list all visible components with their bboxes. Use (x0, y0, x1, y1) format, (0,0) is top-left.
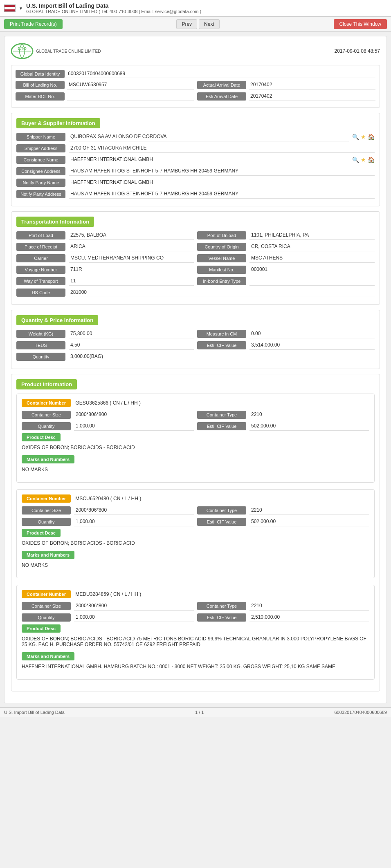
shipper-star-icon[interactable]: ★ (361, 134, 366, 140)
mater-bol-value (67, 92, 194, 101)
country-of-origin-row: Country of Origin CR, COSTA RICA (197, 242, 375, 251)
hs-code-row: HS Code 281000 (16, 288, 375, 297)
company-subtitle: GLOBAL TRADE ONLINE LIMITED ( Tel: 400-7… (26, 9, 201, 14)
footer-page-label: U.S. Import Bill of Lading Data (4, 710, 65, 715)
shipper-name-value: QUIBORAX SA AV ALONSO DE CORDOVA (69, 132, 349, 141)
c2-product-desc-section: Product Desc OXIDES OF BORON; BORIC ACID… (22, 529, 369, 548)
consignee-name-label: Consignee Name (16, 156, 65, 164)
container-3: Container Number MEDU3284859 ( CN / L / … (16, 585, 375, 680)
voyage-number-row: Voyage Number 711R (16, 265, 194, 274)
c3-product-desc-label[interactable]: Product Desc (22, 624, 61, 633)
consignee-name-value: HAEFFNER INTERNATIONAL GMBH (69, 155, 349, 164)
print-button[interactable]: Print Trade Record(s) (4, 19, 63, 29)
c1-product-desc-label[interactable]: Product Desc (22, 433, 61, 441)
footer-record-id: 600320170404000600689 (335, 710, 387, 715)
buyer-supplier-section: Buyer & Supplier Information Shipper Nam… (11, 113, 380, 206)
c2-size-row: Container Size 2000*806*800 (22, 506, 194, 515)
transport-row-4: Voyage Number 711R Manifest No. 000001 (16, 265, 375, 274)
port-of-unload-value: 1101, PHILADELPHIA, PA (249, 231, 375, 240)
consignee-address-value: HAUS AM HAFEN III OG STEINHOFT 5-7 HAMBU… (69, 167, 375, 176)
company-name: GLOBAL TRADE ONLINE LIMITED (36, 49, 101, 54)
c1-marks-label[interactable]: Marks and Numbers (22, 455, 74, 463)
container-1-number-label[interactable]: Container Number (22, 399, 71, 407)
way-of-transport-row: Way of Transport 11 (16, 277, 194, 286)
close-button[interactable]: Close This Window (334, 19, 387, 29)
c1-product-desc-text: OXIDES OF BORON; BORIC ACIDS - BORIC ACI… (22, 443, 369, 452)
prev-button[interactable]: Prev (176, 19, 197, 29)
c1-cif-label: Esti. CIF Value (197, 422, 246, 430)
c3-marks-label[interactable]: Marks and Numbers (22, 652, 74, 660)
transport-row-2: Place of Receipt ARICA Country of Origin… (16, 242, 375, 251)
c1-cif-row: Esti. CIF Value 502,000.00 (197, 422, 369, 431)
transport-row-5: Way of Transport 11 In-bond Entry Type (16, 277, 375, 286)
inbond-entry-row: In-bond Entry Type (197, 277, 375, 286)
c3-qty-row: Quantity 1,000.00 (22, 613, 194, 622)
shipper-icons: 🔍 ★ 🏠 (352, 134, 375, 140)
container-3-size-type: Container Size 2000*806*800 Container Ty… (22, 602, 369, 611)
transport-row-3: Carrier MSCU, MEDITERRANEAN SHIPPING CO … (16, 254, 375, 263)
c1-qty-row: Quantity 1,000.00 (22, 422, 194, 431)
measure-label: Measure in CM (197, 330, 246, 338)
transportation-header: Transportation Information (16, 217, 375, 231)
container-1-number-value: GESU3625866 ( CN / L / HH ) (75, 400, 141, 406)
qp-row-2: TEUS 4.50 Esti. CIF Value 3,514,000.00 (16, 341, 375, 350)
main-content: GTO GLOBAL TRADE ONLINE LIMITED 2017-09-… (4, 36, 387, 703)
port-of-unload-label: Port of Unload (197, 231, 246, 239)
consignee-address-row: Consignee Address HAUS AM HAFEN III OG S… (16, 167, 375, 176)
place-of-receipt-value: ARICA (69, 242, 194, 251)
place-of-receipt-row: Place of Receipt ARICA (16, 242, 194, 251)
transport-row-1: Port of Load 22575, BALBOA Port of Unloa… (16, 231, 375, 240)
port-of-load-row: Port of Load 22575, BALBOA (16, 231, 194, 240)
c1-marks-text: NO MARKS (22, 465, 369, 474)
consignee-star-icon[interactable]: ★ (361, 157, 366, 163)
global-data-identity-label: Global Data Identity (16, 70, 65, 78)
weight-value: 75,300.00 (69, 329, 194, 338)
container-2: Container Number MSCU6520480 ( CN / L / … (16, 489, 375, 578)
c3-marks-text: HAFFNER INTERNATIONAL GMBH. HAMBURG BATC… (22, 662, 369, 671)
notify-party-row: Notify Party Name HAEFFNER INTERNATIONAL… (16, 178, 375, 187)
global-data-identity-value: 600320170404000600689 (65, 69, 375, 78)
hs-code-value: 281000 (69, 288, 375, 297)
buyer-supplier-title: Buyer & Supplier Information (16, 118, 100, 128)
container-2-number-label[interactable]: Container Number (22, 494, 71, 503)
logo-area: GTO GLOBAL TRADE ONLINE LIMITED (11, 43, 101, 59)
c2-qty-value: 1,000.00 (74, 517, 194, 526)
dropdown-arrow[interactable]: ▼ (19, 6, 23, 11)
voyage-number-value: 711R (69, 265, 194, 274)
footer: U.S. Import Bill of Lading Data 1 / 1 60… (0, 707, 391, 717)
vessel-name-label: Vessel Name (197, 254, 246, 262)
c3-marks-section: Marks and Numbers HAFFNER INTERNATIONAL … (22, 652, 369, 671)
shipper-home-icon[interactable]: 🏠 (368, 134, 375, 140)
transportation-title: Transportation Information (16, 217, 94, 227)
consignee-home-icon[interactable]: 🏠 (368, 157, 375, 163)
port-of-unload-row: Port of Unload 1101, PHILADELPHIA, PA (197, 231, 375, 240)
transportation-section: Transportation Information Port of Load … (11, 211, 380, 305)
consignee-address-label: Consignee Address (16, 167, 65, 175)
c3-qty-label: Quantity (22, 613, 71, 622)
c2-marks-label[interactable]: Marks and Numbers (22, 551, 74, 559)
teus-label: TEUS (16, 341, 65, 349)
inbond-entry-label: In-bond Entry Type (197, 277, 246, 285)
c2-size-label: Container Size (22, 506, 71, 515)
place-of-receipt-label: Place of Receipt (16, 243, 65, 251)
c2-product-desc-label[interactable]: Product Desc (22, 529, 61, 537)
c2-size-value: 2000*806*800 (74, 506, 194, 515)
voyage-number-label: Voyage Number (16, 266, 65, 274)
c1-type-label: Container Type (197, 411, 246, 419)
c1-type-row: Container Type 2210 (197, 410, 369, 419)
bol-cell-left: Bill of Lading No. MSCUW6530957 (16, 81, 194, 89)
c1-product-desc-section: Product Desc OXIDES OF BORON; BORIC ACID… (22, 433, 369, 452)
container-3-number-label[interactable]: Container Number (22, 590, 71, 598)
c3-product-desc-section: Product Desc OXIDES OF BORON; BORIC ACID… (22, 624, 369, 649)
c2-marks-text: NO MARKS (22, 561, 369, 570)
manifest-no-row: Manifest No. 000001 (197, 265, 375, 274)
notify-party-address-label: Notify Party Address (16, 190, 65, 198)
shipper-search-icon[interactable]: 🔍 (352, 134, 359, 140)
qp-row-1: Weight (KG) 75,300.00 Measure in CM 0.00 (16, 329, 375, 338)
qp-quantity-label: Quantity (16, 353, 65, 361)
c3-cif-label: Esti. CIF Value (197, 613, 246, 622)
next-button[interactable]: Next (199, 19, 220, 29)
consignee-search-icon[interactable]: 🔍 (352, 157, 359, 163)
weight-label: Weight (KG) (16, 330, 65, 338)
port-of-load-label: Port of Load (16, 231, 65, 239)
